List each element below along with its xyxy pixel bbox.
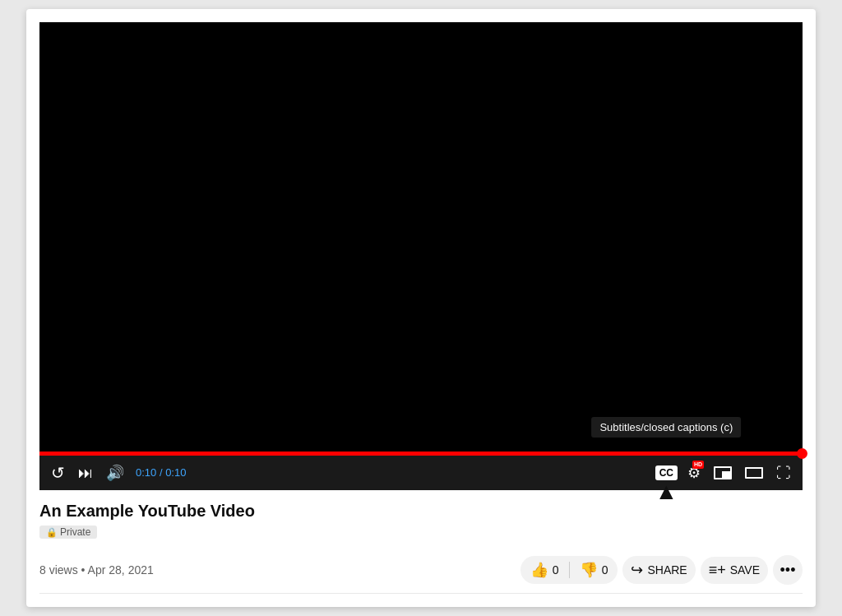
more-button[interactable]: ••• bbox=[773, 555, 803, 585]
hd-badge: HD bbox=[692, 461, 704, 469]
miniplayer-button[interactable] bbox=[710, 463, 735, 483]
like-dislike-group: 👍 0 👎 0 bbox=[520, 556, 618, 584]
privacy-label: Private bbox=[60, 526, 90, 538]
volume-button[interactable]: 🔊 bbox=[103, 462, 127, 484]
save-button[interactable]: ≡+ SAVE bbox=[701, 557, 768, 584]
theater-button[interactable] bbox=[742, 464, 766, 482]
progress-bar-fill bbox=[39, 452, 803, 456]
settings-button[interactable]: ⚙ HD bbox=[684, 461, 704, 485]
dislike-icon: 👎 bbox=[580, 561, 598, 579]
save-label: SAVE bbox=[730, 563, 760, 577]
replay-button[interactable]: ↺ bbox=[48, 461, 68, 484]
video-meta-row: 8 views • Apr 28, 2021 👍 0 👎 0 ↪ SHA bbox=[39, 555, 803, 594]
fullscreen-icon: ⛶ bbox=[776, 465, 791, 480]
like-icon: 👍 bbox=[530, 561, 548, 579]
video-area[interactable] bbox=[39, 22, 803, 452]
time-display: 0:10 / 0:10 bbox=[136, 466, 186, 479]
like-count: 0 bbox=[553, 563, 559, 577]
progress-bar-wrap[interactable] bbox=[39, 452, 803, 456]
share-button[interactable]: ↪ SHARE bbox=[622, 556, 695, 584]
like-button[interactable]: 👍 0 bbox=[520, 556, 569, 584]
date-separator: • bbox=[81, 563, 88, 577]
action-buttons: 👍 0 👎 0 ↪ SHARE ≡+ SAVE •• bbox=[520, 555, 803, 585]
more-icon: ••• bbox=[780, 562, 796, 579]
video-info: An Example YouTube Video 🔒 Private bbox=[39, 490, 803, 546]
miniplayer-icon bbox=[714, 466, 732, 479]
tooltip-arrow: ▲ bbox=[655, 480, 678, 503]
next-button[interactable]: ⏭ bbox=[75, 462, 96, 484]
dislike-button[interactable]: 👎 0 bbox=[570, 556, 618, 584]
progress-dot bbox=[797, 448, 807, 459]
share-icon: ↪ bbox=[631, 561, 643, 579]
controls-bar: ↺ ⏭ 🔊 0:10 / 0:10 Subtitles/closed capti… bbox=[39, 456, 803, 490]
save-icon: ≡+ bbox=[709, 562, 726, 579]
share-label: SHARE bbox=[647, 563, 687, 577]
views-date: 8 views • Apr 28, 2021 bbox=[39, 563, 154, 577]
dislike-count: 0 bbox=[602, 563, 608, 577]
fullscreen-button[interactable]: ⛶ bbox=[773, 462, 794, 484]
next-icon: ⏭ bbox=[78, 465, 93, 480]
volume-icon: 🔊 bbox=[106, 465, 124, 480]
lock-icon: 🔒 bbox=[46, 527, 58, 538]
views-count: 8 views bbox=[39, 563, 78, 577]
replay-icon: ↺ bbox=[51, 465, 65, 481]
video-title: An Example YouTube Video bbox=[39, 502, 803, 521]
cc-tooltip-wrap: Subtitles/closed captions (c) ▲ CC bbox=[655, 465, 678, 480]
private-badge: 🔒 Private bbox=[39, 526, 97, 539]
youtube-player-card: ↺ ⏭ 🔊 0:10 / 0:10 Subtitles/closed capti… bbox=[26, 9, 816, 608]
upload-date: Apr 28, 2021 bbox=[88, 563, 154, 577]
theater-icon bbox=[745, 467, 763, 479]
